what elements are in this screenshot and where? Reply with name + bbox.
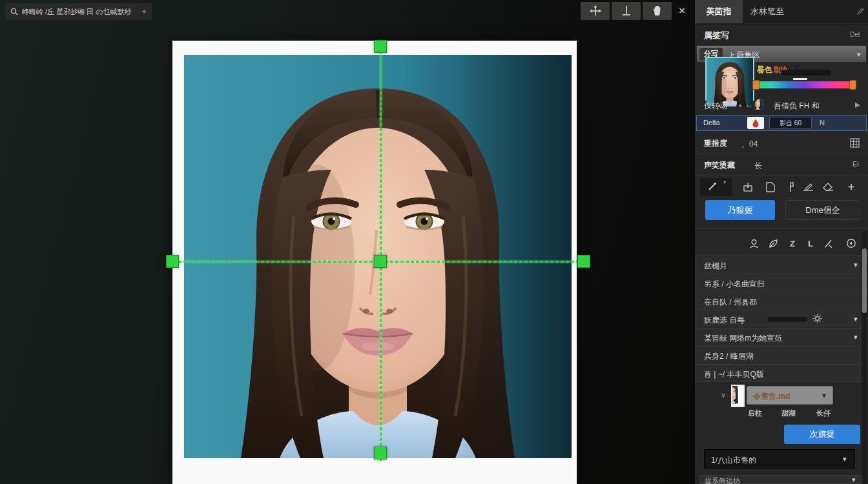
- list-row-label: 首 | ~/ 丰丰贝Q版: [704, 369, 764, 380]
- hand-tool-button[interactable]: [643, 2, 672, 20]
- hue-handle-right[interactable]: [849, 80, 856, 90]
- history-icon[interactable]: [844, 236, 858, 250]
- list-row[interactable]: 在自队 / 州县郡: [695, 292, 868, 310]
- list-row-label: 在自队 / 州县郡: [704, 297, 757, 308]
- import-tool-button[interactable]: [741, 181, 754, 194]
- guide-handle-top[interactable]: [374, 40, 387, 53]
- rotate-value: 吾借负 FH 和: [774, 101, 820, 112]
- file-thumbnail: [731, 385, 745, 407]
- import-box-icon: [743, 182, 753, 192]
- apply-button[interactable]: 次旗提: [784, 425, 860, 444]
- arrow-right-icon[interactable]: [854, 102, 861, 108]
- delta-label: Delta: [703, 119, 720, 126]
- z-tool-icon[interactable]: Z: [785, 236, 800, 250]
- color-swatch-chip[interactable]: [747, 117, 764, 129]
- tab-secondary[interactable]: 水林笔至: [750, 0, 784, 23]
- strike-icon[interactable]: [821, 236, 835, 250]
- bottom-dropdown[interactable]: 1/八山市售的 ▾: [704, 449, 855, 469]
- search-icon: [10, 8, 18, 15]
- eraser-tool-button[interactable]: [822, 181, 834, 194]
- eraser-icon: [823, 183, 834, 192]
- hide-label: 声笑烫藏: [704, 160, 735, 171]
- flip-tool-button[interactable]: [612, 2, 641, 20]
- chevron-down-icon: ▾: [852, 476, 856, 484]
- add-tool-button[interactable]: +: [845, 181, 858, 194]
- layer-tool-row: Z L: [695, 234, 862, 253]
- hue-handle-left[interactable]: [752, 80, 760, 90]
- partial-row-label: 提系例边坊: [705, 476, 740, 484]
- chevron-down-icon: ▾: [854, 261, 858, 269]
- face-icon[interactable]: [747, 236, 761, 250]
- list-row[interactable]: 首 | ~/ 丰丰贝Q版: [695, 364, 868, 382]
- section-header-meta: Det: [850, 31, 860, 38]
- hide-meta: Er: [852, 160, 860, 168]
- file-meta-label[interactable]: 长仟: [816, 408, 831, 418]
- pencil-icon[interactable]: [856, 7, 865, 15]
- avatar: [754, 99, 768, 112]
- guide-handle-center[interactable]: [374, 255, 387, 268]
- active-tool-button[interactable]: ▾: [700, 178, 732, 196]
- density-value: 、04: [741, 139, 758, 150]
- tone-slider-mark: [793, 78, 807, 80]
- left-arrow-icon: ←: [745, 100, 753, 109]
- panel-scrollbar[interactable]: [862, 231, 867, 484]
- list-row-label: 妖鹿选 自每: [704, 315, 745, 326]
- hide-value: 长: [754, 161, 762, 172]
- hand-icon: [652, 5, 663, 17]
- chevron-down-icon: ▾: [857, 50, 861, 59]
- leaf-icon[interactable]: [766, 236, 780, 250]
- guide-handle-right[interactable]: [577, 255, 590, 268]
- l-tool-icon[interactable]: L: [803, 236, 818, 250]
- collapse-caret-icon[interactable]: ∨: [721, 391, 726, 399]
- secondary-action-button[interactable]: Dme倡企: [785, 200, 860, 220]
- properties-panel: 美茴指 水林笔至 属签写 Det 分写 ⊦ 蔚角区 ▾ 晷色削丸: [694, 0, 868, 484]
- gear-icon[interactable]: [812, 314, 822, 323]
- hue-gradient-slider[interactable]: [755, 81, 854, 88]
- guide-handle-left[interactable]: [166, 255, 179, 268]
- reference-thumbnail[interactable]: [705, 57, 754, 101]
- hide-row[interactable]: 声笑烫藏 长 Er: [695, 155, 868, 176]
- file-select-dropdown[interactable]: 令售告.md ▾: [747, 386, 833, 405]
- zoom-toolbar-expand[interactable]: +: [142, 7, 147, 16]
- list-row-label: 某冒献 网络m为她宣范: [704, 333, 782, 344]
- vertical-guide-line[interactable]: [380, 45, 382, 461]
- text-tool-button[interactable]: [783, 181, 796, 194]
- pen-tool-button[interactable]: [801, 181, 814, 194]
- canvas-area[interactable]: 峥晦岭 /丘 星邪抄缃 田 の乜喊默纱 +: [0, 0, 694, 484]
- tone-slider-track[interactable]: [781, 70, 831, 76]
- edit-tool-bar: ▾: [695, 177, 868, 197]
- delta-value-chip[interactable]: 影自 60: [769, 117, 812, 129]
- tab-properties[interactable]: 美茴指: [695, 0, 743, 23]
- list-row-label: 另系 / 小名曲宣归: [704, 279, 765, 290]
- chevron-down-icon: ▾: [843, 455, 847, 463]
- list-row-label: 兵身2 / 峰眉湖: [704, 351, 754, 362]
- app-window: 峥晦岭 /丘 星邪抄缃 田 の乜喊默纱 +: [0, 0, 868, 484]
- pen-line-icon: [802, 183, 814, 192]
- delta-selected-row[interactable]: Delta 影自 60 N: [696, 115, 867, 131]
- grid-icon[interactable]: [850, 138, 860, 148]
- droplet-icon: [752, 119, 759, 127]
- row-mini-slider[interactable]: [767, 317, 807, 322]
- list-row[interactable]: 妖鹿选 自每 ▾: [695, 310, 868, 328]
- move-tool-button[interactable]: [581, 2, 610, 20]
- flip-vertical-icon: [620, 5, 633, 17]
- guide-handle-bottom[interactable]: [374, 447, 387, 459]
- zoom-toolbar[interactable]: 峥晦岭 /丘 星邪抄缃 田 の乜喊默纱 +: [5, 3, 152, 20]
- primary-action-button[interactable]: 乃狠握: [705, 200, 775, 220]
- list-row[interactable]: 兵身2 / 峰眉湖: [695, 346, 868, 364]
- partial-row[interactable]: 提系例边坊 ▾: [699, 475, 862, 484]
- rotate-label: 仅转动: [704, 101, 727, 112]
- list-row[interactable]: 另系 / 小名曲宣归: [695, 274, 868, 292]
- file-meta-label[interactable]: 甜湖: [781, 408, 796, 418]
- file-meta-label[interactable]: 后柱: [748, 408, 762, 418]
- list-row[interactable]: 某冒献 网络m为她宣范 ▾: [695, 328, 868, 346]
- list-row[interactable]: 盆棚月 ▾: [695, 256, 868, 274]
- chevron-down-icon: ▾: [822, 391, 826, 400]
- close-icon[interactable]: ×: [674, 2, 690, 20]
- file-select-value: 令售告.md: [753, 391, 790, 402]
- density-label: 重措度: [704, 138, 727, 149]
- new-file-tool-button[interactable]: [764, 181, 777, 194]
- scrollbar-thumb[interactable]: [862, 248, 867, 313]
- bottom-dropdown-value: 1/八山市售的: [711, 455, 756, 466]
- density-row[interactable]: 重措度 、04: [695, 133, 868, 154]
